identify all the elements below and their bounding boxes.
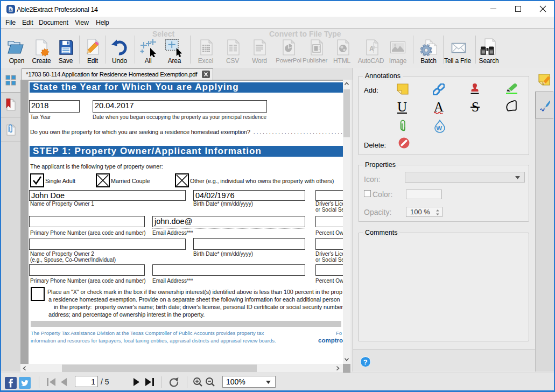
svg-text:W: W	[436, 125, 442, 131]
svg-text:?: ?	[363, 358, 368, 366]
